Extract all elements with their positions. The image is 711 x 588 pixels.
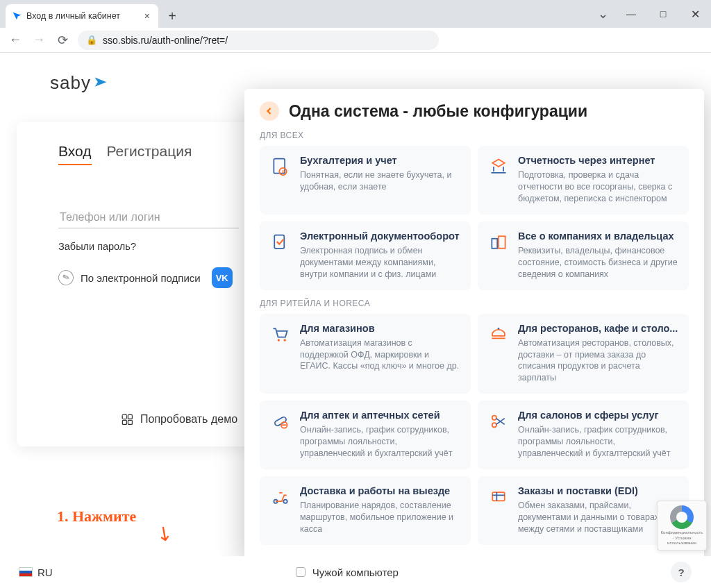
card-desc: Онлайн-запись, график сотрудников, прогр… (518, 424, 679, 460)
foreign-pc-label: Чужой компьютер (312, 566, 399, 578)
try-demo-label: Попробовать демо (140, 413, 237, 426)
cloche-icon (487, 324, 510, 346)
card-title: Заказы и поставки (EDI) (518, 485, 679, 497)
card-desc: Онлайн-запись, график сотрудников, прогр… (300, 424, 461, 460)
svg-rect-5 (499, 236, 505, 249)
esign-icon: ✎ (56, 268, 76, 287)
card-desc: Электронная подпись и обмен документами … (300, 245, 461, 280)
annotation-arrow-1: ↘ (151, 519, 178, 546)
document-check-icon (269, 231, 292, 253)
tab-login[interactable]: Вход (58, 143, 92, 165)
svg-point-7 (283, 339, 286, 342)
help-button[interactable]: ? (671, 562, 692, 582)
esign-link[interactable]: По электронной подписи (81, 272, 201, 284)
section-retail-label: ДЛЯ РИТЕЙЛА И HORECA (260, 299, 689, 308)
card-companies[interactable]: Все о компаниях и владельцах Реквизиты, … (478, 221, 689, 290)
card-title: Для салонов и сферы услуг (518, 409, 679, 421)
panel-back-button[interactable] (260, 101, 279, 121)
vk-login-button[interactable]: VK (212, 267, 233, 288)
window-controls: ⌄ — □ ✕ (590, 0, 711, 28)
card-delivery[interactable]: Доставка и работы на выезде Планирование… (260, 476, 471, 545)
buildings-icon (487, 231, 510, 253)
recaptcha-text: Конфиденциальность - Условия использован… (660, 530, 703, 546)
window-maximize[interactable]: □ (647, 0, 679, 28)
window-close[interactable]: ✕ (679, 0, 711, 28)
recaptcha-badge: Конфиденциальность - Условия использован… (657, 501, 707, 551)
configurations-panel: Одна система - любые конфигурации ДЛЯ ВС… (244, 89, 704, 560)
svg-rect-3 (274, 235, 284, 248)
card-title: Доставка и работы на выезде (300, 485, 461, 497)
card-accounting[interactable]: ₽ Бухгалтерия и учет Понятная, если не з… (260, 146, 471, 215)
recaptcha-icon (670, 505, 694, 529)
card-reporting[interactable]: Отчетность через интернет Подготовка, пр… (478, 146, 689, 215)
card-title: Для аптек и аптечных сетей (300, 409, 461, 421)
url-text: sso.sbis.ru/auth-online/?ret=/ (103, 35, 228, 46)
new-tab-button[interactable]: + (162, 6, 182, 26)
card-pharmacies[interactable]: Для аптек и аптечных сетей Онлайн-запись… (260, 401, 471, 469)
language-selector[interactable]: RU (37, 566, 53, 578)
panel-title: Одна система - любые конфигурации (289, 102, 587, 121)
card-title: Для ресторанов, кафе и столо... (518, 322, 679, 335)
scissors-icon (487, 410, 510, 432)
card-desc: Подготовка, проверка и сдача отчетности … (518, 169, 679, 205)
foreign-pc-checkbox[interactable] (296, 567, 306, 577)
nav-back-icon[interactable]: ← (7, 33, 24, 47)
card-desc: Планирование нарядов, составление маршру… (300, 500, 461, 535)
brand-text: saby (50, 72, 91, 94)
brand-bird-icon (94, 76, 108, 94)
window-minimize[interactable]: — (615, 0, 647, 28)
tab-register[interactable]: Регистрация (107, 143, 192, 165)
card-desc: Автоматизация магазинов с поддержкой ОФД… (300, 337, 461, 373)
page-body: saby Вход Регистрация Забыли пароль? ✎ П… (0, 53, 711, 588)
nav-forward-icon: → (31, 33, 47, 47)
doc-ruble-icon: ₽ (269, 156, 292, 178)
svg-point-6 (278, 339, 281, 342)
login-input[interactable] (58, 207, 239, 228)
svg-rect-16 (492, 492, 505, 501)
card-desc: Обмен заказами, прайсами, документами и … (518, 500, 679, 535)
window-titlebar: Вход в личный кабинет × + ⌄ — □ ✕ (0, 0, 711, 28)
page-footer: RU Чужой компьютер ? (0, 556, 711, 588)
card-title: Электронный документооборот (300, 230, 461, 242)
gov-report-icon (487, 156, 510, 178)
nav-reload-icon[interactable]: ⟳ (54, 33, 71, 48)
card-title: Бухгалтерия и учет (300, 154, 461, 167)
section-all-label: ДЛЯ ВСЕХ (260, 131, 689, 140)
card-desc: Автоматизация ресторанов, столовых, дост… (518, 337, 679, 385)
svg-point-15 (283, 499, 287, 503)
flag-ru-icon (19, 568, 32, 576)
tab-close-icon[interactable]: × (142, 10, 153, 22)
scooter-icon (269, 486, 292, 508)
browser-tab[interactable]: Вход в личный кабинет × (6, 4, 158, 28)
annotation-step-1: 1. Нажмите (57, 507, 136, 526)
lock-icon: 🔒 (86, 35, 97, 45)
card-edoc[interactable]: Электронный документооборот Электронная … (260, 221, 471, 290)
svg-point-8 (498, 327, 500, 329)
svg-rect-4 (492, 239, 497, 249)
svg-point-12 (492, 416, 496, 420)
url-field[interactable]: 🔒 sso.sbis.ru/auth-online/?ret=/ (78, 31, 439, 50)
card-shops[interactable]: Для магазинов Автоматизация магазинов с … (260, 314, 471, 394)
tab-title: Вход в личный кабинет (26, 11, 120, 21)
apps-grid-icon (122, 414, 132, 424)
card-title: Для магазинов (300, 322, 461, 335)
tab-favicon (11, 10, 22, 22)
cart-icon (269, 324, 292, 346)
card-desc: Реквизиты, владельцы, финансовое состоян… (518, 245, 679, 280)
address-bar: ← → ⟳ 🔒 sso.sbis.ru/auth-online/?ret=/ (0, 28, 711, 53)
box-exchange-icon (487, 486, 510, 508)
card-title: Все о компаниях и владельцах (518, 230, 679, 242)
tab-overflow-icon[interactable]: ⌄ (590, 6, 615, 22)
card-title: Отчетность через интернет (518, 154, 679, 167)
card-restaurants[interactable]: Для ресторанов, кафе и столо... Автомати… (478, 314, 689, 394)
pill-icon (269, 410, 292, 432)
svg-point-13 (492, 423, 496, 427)
card-salons[interactable]: Для салонов и сферы услуг Онлайн-запись,… (478, 401, 689, 469)
tab-strip: Вход в личный кабинет × + (0, 0, 590, 28)
brand-logo: saby (50, 72, 108, 94)
card-desc: Понятная, если не знаете бухучета, и удо… (300, 169, 461, 193)
